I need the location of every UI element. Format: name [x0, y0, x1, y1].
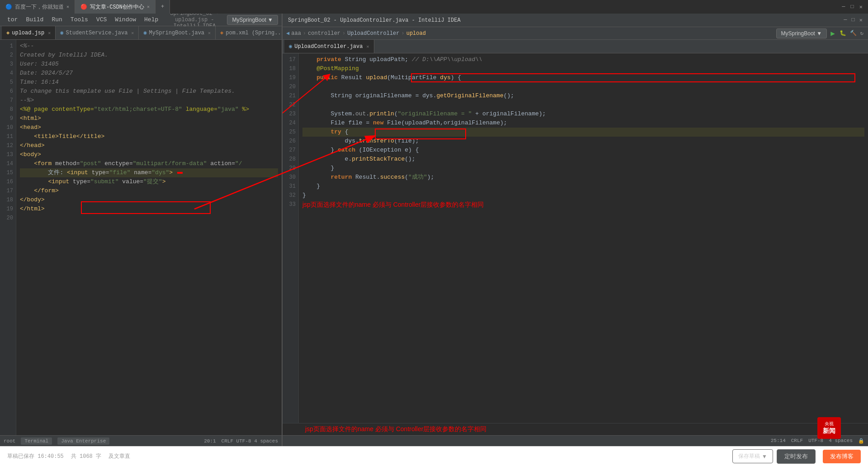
right-code-content[interactable]: private String uploadPath; // D:\\APP\\u…	[299, 53, 868, 423]
student-service-close[interactable]: ✕	[131, 30, 134, 36]
breadcrumb-back[interactable]: ◀	[286, 30, 289, 37]
upload-controller-close[interactable]: ✕	[366, 44, 369, 49]
menu-tools[interactable]: Tools	[67, 14, 92, 25]
csdn-bottom-bar: 草稿已保存 16:40:55 共 1068 字 及文章直 保存草稿 ▼ 定时发布…	[0, 446, 868, 466]
chinese-note-bar: jsp页面选择文件的name 必须与 Controller层接收参数的名字相同	[283, 423, 868, 435]
root-label: root	[4, 438, 15, 444]
right-line-numbers: 1718192021 2223242526 2728293031 3233	[283, 53, 299, 423]
word-count: 共 1068 字	[71, 452, 101, 460]
student-service-icon: ◉	[60, 29, 63, 36]
minimize-btn[interactable]: ─	[842, 4, 845, 10]
publish-blog-btn[interactable]: 发布博客	[823, 450, 861, 463]
close-btn[interactable]: ✕	[859, 4, 863, 10]
tab-upload-controller[interactable]: ◉ UploadController.java ✕	[284, 40, 374, 53]
save-draft-label: 保存草稿	[738, 452, 760, 460]
csdn-watermark: 央视 新闻	[817, 417, 841, 439]
left-code-content[interactable]: <%-- Created by IntelliJ IDEA. User: 314…	[16, 40, 282, 435]
tab-student-service[interactable]: ◉ StudentService.java ✕	[56, 26, 139, 40]
terminal-btn[interactable]: Terminal	[21, 437, 52, 445]
tab-upload-jsp[interactable]: ◈ upload.jsp ✕	[2, 26, 56, 40]
right-window-title-text: SpringBoot_02 - UploadController.java - …	[288, 17, 844, 24]
myspringboot-java-label: MySpringBoot.java	[149, 30, 204, 36]
right-close[interactable]: ✕	[859, 17, 863, 24]
breadcrumb-upload: upload	[406, 30, 426, 37]
left-code-area: 12345 678910 1112131415 1617181920 <%-- …	[0, 40, 282, 435]
pom-xml-label: pom.xml (Spring...	[226, 30, 282, 36]
left-editor-panel: tor Build Run Tools VCS Window Help Spri…	[0, 14, 283, 446]
save-draft-btn[interactable]: 保存草稿 ▼	[732, 449, 773, 463]
save-dropdown-icon[interactable]: ▼	[762, 453, 767, 460]
left-myspringboot-btn[interactable]: MySpringBoot ▼	[227, 15, 278, 25]
tab-pom-xml[interactable]: ◈ pom.xml (Spring... ✕	[216, 26, 282, 40]
baidu-favicon: 🔵	[5, 4, 12, 10]
baidu-tab-label: 百度一下，你就知道	[15, 3, 64, 11]
menu-window[interactable]: Window	[111, 14, 140, 25]
right-code-wrapper: 1718192021 2223242526 2728293031 3233 pr…	[283, 53, 868, 423]
watermark-line2: 新闻	[823, 427, 835, 435]
right-lock-icon: 🔒	[858, 438, 864, 444]
upload-jsp-close[interactable]: ✕	[48, 30, 51, 36]
right-myspringboot-btn[interactable]: MySpringBoot ▼	[776, 29, 827, 38]
left-menu-bar: tor Build Run Tools VCS Window Help Spri…	[0, 14, 282, 26]
upload-controller-icon: ◉	[289, 43, 292, 50]
right-window-title-bar: SpringBoot_02 - UploadController.java - …	[283, 14, 868, 27]
browser-tab-bar: 🔵 百度一下，你就知道 ✕ 🔴 写文章-CSDN创作中心 ✕ + ─ □ ✕	[0, 0, 868, 14]
new-tab-btn[interactable]: +	[156, 0, 170, 14]
upload-jsp-icon: ◈	[6, 29, 9, 36]
browser-tab-csdn[interactable]: 🔴 写文章-CSDN创作中心 ✕	[75, 0, 156, 14]
reload-btn[interactable]: ↻	[860, 30, 863, 37]
right-file-tabs: ◉ UploadController.java ✕	[283, 40, 868, 53]
java-enterprise-btn[interactable]: Java Enterprise	[57, 437, 109, 445]
debug-btn[interactable]: 🐛	[840, 30, 846, 37]
maximize-btn[interactable]: □	[851, 4, 854, 10]
tab-myspringboot-java[interactable]: ◉ MySpringBoot.java ✕	[139, 26, 216, 40]
upload-controller-label: UploadController.java	[294, 43, 363, 50]
left-file-tabs: ◈ upload.jsp ✕ ◉ StudentService.java ✕ ◉…	[0, 26, 282, 40]
right-editor-panel: SpringBoot_02 - UploadController.java - …	[283, 14, 868, 446]
left-position: 20:1	[204, 438, 216, 444]
myspringboot-java-icon: ◉	[143, 29, 146, 36]
watermark-line1: 央视	[823, 421, 835, 427]
student-service-label: StudentService.java	[66, 30, 128, 36]
pom-xml-icon: ◈	[220, 29, 223, 36]
menu-vcs[interactable]: VCS	[93, 14, 110, 25]
edit-mode: 及文章直	[108, 452, 130, 460]
csdn-tab-close[interactable]: ✕	[147, 4, 150, 10]
sep2: ›	[342, 30, 345, 37]
new-tab-icon: +	[161, 4, 164, 10]
left-line-numbers: 12345 678910 1112131415 1617181920	[0, 40, 16, 435]
right-line-ending: CRLF	[791, 438, 803, 444]
myspringboot-java-close[interactable]: ✕	[208, 30, 211, 36]
sep3: ›	[401, 30, 404, 37]
left-status-bar: root Terminal Java Enterprise 20:1 CRLF …	[0, 435, 282, 446]
right-maximize[interactable]: □	[852, 17, 855, 24]
right-breadcrumb-toolbar: ◀ aaa › controller › UploadController › …	[283, 27, 868, 40]
rebuild-btn[interactable]: 🔨	[850, 30, 857, 37]
right-position: 25:14	[771, 438, 786, 444]
menu-tor[interactable]: tor	[4, 14, 21, 25]
menu-run[interactable]: Run	[48, 14, 66, 25]
right-status-bar: 25:14 CRLF UTF-8 4 spaces 🔒	[283, 435, 868, 446]
breadcrumb-upload-controller: UploadController	[347, 30, 399, 37]
chinese-annotation: jsp页面选择文件的name 必须与 Controller层接收参数的名字相同	[302, 200, 864, 209]
breadcrumb-aaa: aaa	[291, 30, 301, 37]
schedule-publish-btn[interactable]: 定时发布	[777, 449, 816, 464]
csdn-favicon: 🔴	[80, 4, 87, 10]
sep1: ›	[303, 30, 306, 37]
baidu-tab-close[interactable]: ✕	[66, 4, 69, 10]
breadcrumb-controller: controller	[308, 30, 340, 37]
menu-help[interactable]: Help	[141, 14, 162, 25]
browser-tab-baidu[interactable]: 🔵 百度一下，你就知道 ✕	[0, 0, 75, 14]
autosave-text: 草稿已保存 16:40:55	[7, 452, 64, 460]
run-green-btn[interactable]: ▶	[830, 29, 835, 38]
left-encoding: CRLF UTF-8 4 spaces	[222, 438, 278, 444]
menu-build[interactable]: Build	[22, 14, 47, 25]
right-minimize[interactable]: ─	[844, 17, 847, 24]
upload-jsp-label: upload.jsp	[12, 30, 44, 36]
csdn-tab-label: 写文章-CSDN创作中心	[90, 3, 144, 11]
